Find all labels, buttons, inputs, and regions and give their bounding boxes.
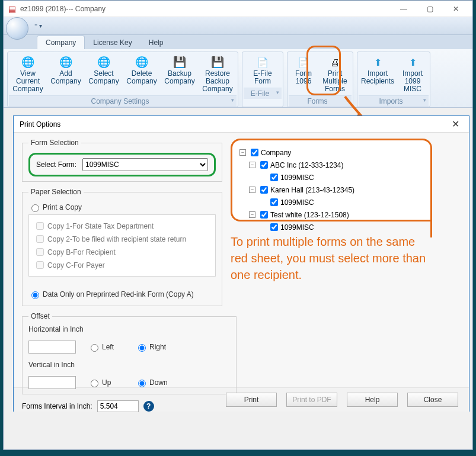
horizontal-label: Horizontal in Inch [28,325,230,333]
left-label: Left [102,343,114,351]
tree-check[interactable] [270,223,278,231]
group-forms: 📄Form 1096 🖨Print Multiple Forms Forms▾ [287,52,353,107]
tree-check[interactable] [270,174,278,181]
import-up-icon: ⬆ [374,59,382,66]
tree-node-recipient[interactable]: Karen Hall (213-43-12345) [270,186,354,194]
app-icon: ▤ [7,4,17,14]
print-options-dialog: Print Options ✕ Form Selection Select Fo… [13,115,469,412]
print-button[interactable]: Print [226,393,277,407]
tree-toggle[interactable]: − [249,211,255,218]
add-company-button[interactable]: 🌐Add Company [47,53,85,94]
tree-check[interactable] [270,198,278,206]
tree-toggle[interactable]: − [249,187,255,193]
tree-node-form[interactable]: 1099MISC [280,198,314,207]
view-current-company-button[interactable]: 🌐View Current Company [9,53,47,94]
tree-toggle[interactable]: − [249,162,255,168]
form-selection-legend: Form Selection [28,139,81,147]
save-restore-icon: 💾 [211,59,224,66]
print-a-copy-label: Print a Copy [43,203,82,211]
delete-company-button[interactable]: 🌐Delete Company [123,53,161,94]
select-form-dropdown[interactable]: 1099MISC [82,158,208,171]
tab-help[interactable]: Help [140,36,172,49]
quick-access-dropdown[interactable]: ⁼ ▾ [31,21,46,30]
quick-access-bar: ⁼ ▾ [4,17,472,35]
titlebar: ▤ ez1099 (2018)--- Company — ▢ ✕ [4,1,472,17]
select-form-row: Select Form: 1099MISC [28,153,216,176]
copy2-checkbox[interactable] [36,235,44,243]
import-up-icon: ⬆ [409,59,417,66]
tree-node-recipient[interactable]: ABC Inc (12-333-1234) [270,161,343,169]
group-title-efile: E-File [251,89,269,98]
print-to-pdf-button[interactable]: Print to PDF [286,393,337,407]
group-company-settings: 🌐View Current Company 🌐Add Company 🌐Sele… [7,52,238,107]
print-multiple-forms-button[interactable]: 🖨Print Multiple Forms [318,53,352,94]
help-button[interactable]: Help [347,393,398,407]
ribbon-tabs: Company License Key Help [4,35,472,49]
copy1-label: Copy 1-For State Tax Department [47,222,154,230]
minimize-button[interactable]: — [391,1,417,17]
copyC-checkbox[interactable] [36,261,44,269]
dialog-titlebar: Print Options ✕ [14,116,469,133]
group-efile: 📄E-File Form E-File▾ [242,52,283,107]
import-1099misc-button[interactable]: ⬆Import 1099 MISC [397,53,429,94]
copy1-checkbox[interactable] [36,222,44,230]
tree-node-recipient[interactable]: Test white (123-12-1508) [270,211,349,219]
globe-icon: 🌐 [21,59,34,66]
tree-toggle[interactable]: − [239,149,246,156]
main-window: ▤ ez1099 (2018)--- Company — ▢ ✕ ⁼ ▾ Com… [3,0,473,450]
print-a-copy-radio[interactable] [31,204,39,212]
forms-interval-input[interactable] [97,400,139,412]
recipient-tree: −Company −ABC Inc (12-333-1234) 1099MISC… [231,139,432,221]
tree-check[interactable] [260,186,268,194]
right-label: Right [149,343,166,351]
globe-x-icon: 🌐 [135,59,148,66]
close-window-button[interactable]: ✕ [443,1,469,17]
group-title-forms: Forms [308,97,328,105]
restore-backup-button[interactable]: 💾Restore Backup Company [199,53,237,94]
tree-node-company[interactable]: Company [261,149,291,157]
globe-plus-icon: 🌐 [59,59,72,66]
left-radio[interactable] [91,344,98,352]
select-company-button[interactable]: 🌐Select Company [85,53,123,94]
data-only-radio[interactable] [31,291,39,299]
offset-fieldset: Offset Horizontal in Inch Left Right Ver… [22,312,237,394]
down-label: Down [149,378,168,387]
group-imports: ⬆Import Recipients ⬆Import 1099 MISC Imp… [357,52,430,107]
down-radio[interactable] [138,380,146,387]
dialog-close-button[interactable]: ✕ [448,118,463,130]
form-icon: 📄 [298,59,309,66]
tab-company[interactable]: Company [37,36,85,49]
copy2-label: Copy 2-To be filed with recipient state … [47,235,186,243]
tree-node-form[interactable]: 1099MISC [280,223,314,232]
close-button[interactable]: Close [407,393,458,407]
import-recipients-button[interactable]: ⬆Import Recipients [359,53,397,94]
forms-interval-row: Forms Interval in Inch: ? [22,400,222,412]
tree-node-form[interactable]: 1099MISC [280,174,314,182]
help-icon[interactable]: ? [143,401,154,412]
printer-icon: 🖨 [330,59,340,66]
app-menu-orb[interactable] [6,17,28,40]
group-title-company-settings: Company Settings [91,97,149,105]
efile-icon: 📄 [257,59,269,66]
right-radio[interactable] [138,344,146,352]
offset-legend: Offset [28,312,52,320]
maximize-button[interactable]: ▢ [417,1,443,17]
horizontal-input[interactable] [28,341,76,354]
backup-company-button[interactable]: 💾Backup Company [161,53,199,94]
form-1096-button[interactable]: 📄Form 1096 [289,53,318,94]
copy-options-box: Copy 1-For State Tax Department Copy 2-T… [28,214,216,277]
save-icon: 💾 [173,59,186,66]
up-radio[interactable] [91,380,98,387]
efile-form-button[interactable]: 📄E-File Form [244,53,282,86]
up-label: Up [102,378,111,387]
tab-license-key[interactable]: License Key [85,36,140,49]
paper-selection-fieldset: Paper Selection Print a Copy Copy 1-For … [22,188,222,306]
vertical-input[interactable] [28,376,76,389]
paper-selection-legend: Paper Selection [28,188,84,196]
tree-check[interactable] [260,161,268,169]
tree-check-company[interactable] [251,149,258,156]
copyB-checkbox[interactable] [36,248,44,256]
tree-check[interactable] [260,211,268,219]
ribbon: 🌐View Current Company 🌐Add Company 🌐Sele… [4,49,472,108]
copyB-label: Copy B-For Recipient [47,248,116,256]
